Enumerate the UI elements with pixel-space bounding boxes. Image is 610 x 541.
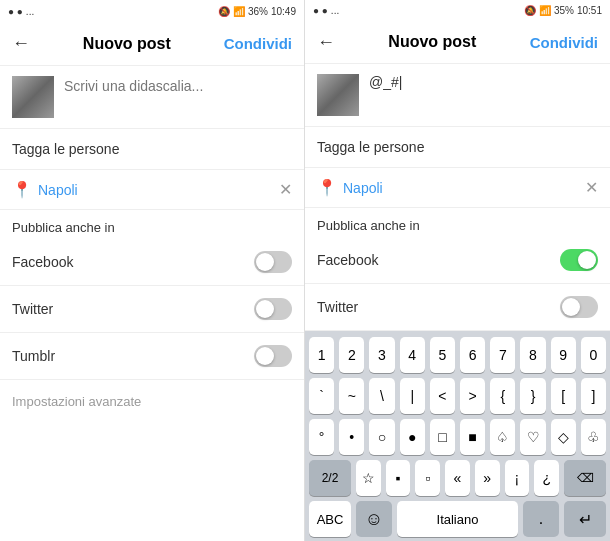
tumblr-toggle-left[interactable] <box>254 345 292 367</box>
key-small-wsquare[interactable]: ▫ <box>415 460 440 496</box>
key-6[interactable]: 6 <box>460 337 485 373</box>
key-tilde[interactable]: ~ <box>339 378 364 414</box>
avatar-right <box>317 74 359 116</box>
close-location-right[interactable]: ✕ <box>585 178 598 197</box>
key-diamond[interactable]: ◇ <box>551 419 576 455</box>
notification-icons-right: ● ● <box>313 5 328 16</box>
key-lbracket[interactable]: [ <box>551 378 576 414</box>
battery-left: 36% <box>248 6 268 17</box>
key-spade[interactable]: ♤ <box>490 419 515 455</box>
tag-row-left[interactable]: Tagga le persone <box>0 129 304 170</box>
tag-row-right[interactable]: Tagga le persone <box>305 127 610 168</box>
key-quest[interactable]: ¿ <box>534 460 559 496</box>
keyboard-bottom-bar: ABC ☺ Italiano . ↵ <box>309 501 606 537</box>
key-lguil[interactable]: « <box>445 460 470 496</box>
key-excl[interactable]: ¡ <box>505 460 530 496</box>
location-row-right[interactable]: 📍 Napoli ✕ <box>305 168 610 208</box>
caption-value-right: @_#| <box>369 74 402 90</box>
twitter-toggle-right[interactable] <box>560 296 598 318</box>
key-backslash[interactable]: \ <box>369 378 394 414</box>
top-nav-left: ← Nuovo post Condividi <box>0 22 304 66</box>
facebook-toggle-left[interactable] <box>254 251 292 273</box>
nav-title-right: Nuovo post <box>388 33 476 51</box>
right-panel: ● ● ... 🔕 📶 35% 10:51 ← Nuovo post Condi… <box>305 0 610 541</box>
key-lt[interactable]: < <box>430 378 455 414</box>
key-pipe[interactable]: | <box>400 378 425 414</box>
key-small-square[interactable]: ▪ <box>386 460 411 496</box>
top-nav-right: ← Nuovo post Condividi <box>305 21 610 64</box>
toggle-knob <box>256 300 274 318</box>
back-button-right[interactable]: ← <box>317 32 335 53</box>
twitter-label-right: Twitter <box>317 299 358 315</box>
advanced-settings-left[interactable]: Impostazioni avanzate <box>0 380 304 423</box>
twitter-toggle-left[interactable] <box>254 298 292 320</box>
key-filled-square[interactable]: ■ <box>460 419 485 455</box>
key-degree[interactable]: ° <box>309 419 334 455</box>
key-lbrace[interactable]: { <box>490 378 515 414</box>
key-rbracket[interactable]: ] <box>581 378 606 414</box>
location-icon-left: 📍 <box>12 180 32 199</box>
key-circle[interactable]: ○ <box>369 419 394 455</box>
emoji-key[interactable]: ☺ <box>356 501 392 537</box>
facebook-row-left[interactable]: Facebook <box>0 239 304 286</box>
key-5[interactable]: 5 <box>430 337 455 373</box>
key-1[interactable]: 1 <box>309 337 334 373</box>
key-0[interactable]: 0 <box>581 337 606 373</box>
key-9[interactable]: 9 <box>551 337 576 373</box>
key-8[interactable]: 8 <box>520 337 545 373</box>
signal-icon: 📶 <box>233 6 245 17</box>
key-7[interactable]: 7 <box>490 337 515 373</box>
language-key[interactable]: Italiano <box>397 501 518 537</box>
tumblr-label-left: Tumblr <box>12 348 55 364</box>
key-square[interactable]: □ <box>430 419 455 455</box>
keyboard-row-symbols: ` ~ \ | < > { } [ ] <box>309 378 606 414</box>
abc-key[interactable]: ABC <box>309 501 351 537</box>
key-filled-circle[interactable]: ● <box>400 419 425 455</box>
period-key[interactable]: . <box>523 501 559 537</box>
share-button-right[interactable]: Condividi <box>530 34 598 51</box>
keyboard-row-page: 2/2 ☆ ▪ ▫ « » ¡ ¿ ⌫ <box>309 460 606 496</box>
key-rguil[interactable]: » <box>475 460 500 496</box>
close-location-left[interactable]: ✕ <box>279 180 292 199</box>
key-3[interactable]: 3 <box>369 337 394 373</box>
backspace-key[interactable]: ⌫ <box>564 460 606 496</box>
status-right: 🔕 📶 36% 10:49 <box>218 6 296 17</box>
back-button-left[interactable]: ← <box>12 33 30 54</box>
key-page-indicator[interactable]: 2/2 <box>309 460 351 496</box>
toggle-knob-right2 <box>562 298 580 316</box>
twitter-row-right[interactable]: Twitter <box>305 284 610 331</box>
toggle-knob <box>256 253 274 271</box>
facebook-row-right[interactable]: Facebook <box>305 237 610 284</box>
dots: ... <box>26 6 34 17</box>
status-bar-right: ● ● ... 🔕 📶 35% 10:51 <box>305 0 610 21</box>
status-left: ● ● ... <box>8 6 34 17</box>
publish-section-right: Pubblica anche in <box>305 208 610 237</box>
twitter-row-left[interactable]: Twitter <box>0 286 304 333</box>
key-rbrace[interactable]: } <box>520 378 545 414</box>
key-gt[interactable]: > <box>460 378 485 414</box>
key-backtick[interactable]: ` <box>309 378 334 414</box>
tumblr-row-left[interactable]: Tumblr <box>0 333 304 380</box>
location-name-right: Napoli <box>343 180 579 196</box>
keyboard-row-numbers: 1 2 3 4 5 6 7 8 9 0 <box>309 337 606 373</box>
avatar-left <box>12 76 54 118</box>
toggle-knob-right <box>578 251 596 269</box>
facebook-label-right: Facebook <box>317 252 378 268</box>
signal-icon-right: 📶 <box>539 5 551 16</box>
status-left-right: ● ● ... <box>313 5 339 16</box>
key-heart[interactable]: ♡ <box>520 419 545 455</box>
return-key[interactable]: ↵ <box>564 501 606 537</box>
tag-label-left: Tagga le persone <box>12 141 119 157</box>
key-2[interactable]: 2 <box>339 337 364 373</box>
caption-input-left[interactable] <box>64 76 292 94</box>
keyboard-row-special: ° • ○ ● □ ■ ♤ ♡ ◇ ♧ <box>309 419 606 455</box>
share-button-left[interactable]: Condividi <box>224 35 292 52</box>
key-bullet[interactable]: • <box>339 419 364 455</box>
key-star[interactable]: ☆ <box>356 460 381 496</box>
key-4[interactable]: 4 <box>400 337 425 373</box>
status-right-right: 🔕 📶 35% 10:51 <box>524 5 602 16</box>
key-club[interactable]: ♧ <box>581 419 606 455</box>
facebook-toggle-right[interactable] <box>560 249 598 271</box>
location-row-left[interactable]: 📍 Napoli ✕ <box>0 170 304 210</box>
twitter-label-left: Twitter <box>12 301 53 317</box>
